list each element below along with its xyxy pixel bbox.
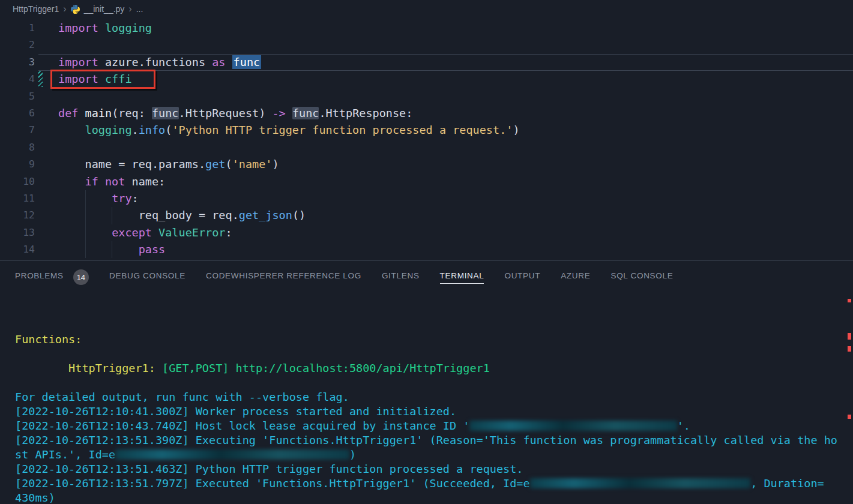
code-line[interactable]: 4import cffi	[0, 71, 853, 88]
code-text	[58, 37, 853, 53]
terminal-line: For detailed output, run func with --ver…	[15, 390, 839, 404]
line-number: 10	[0, 173, 35, 190]
panel-tab-azure[interactable]: AZURE	[561, 271, 590, 284]
code-text: if not name:	[58, 173, 853, 190]
gutter	[35, 88, 58, 105]
panel-tab-sql-console[interactable]: SQL CONSOLE	[610, 271, 673, 284]
gutter	[35, 105, 58, 122]
line-number: 5	[0, 88, 35, 105]
panel-tab-output[interactable]: OUTPUT	[504, 271, 540, 284]
terminal-text: st APIs.', Id=e	[15, 448, 115, 461]
code-text: try:	[58, 190, 853, 207]
panel-tab-gitlens[interactable]: GITLENS	[382, 271, 420, 284]
error-mark	[848, 346, 851, 352]
terminal-text: [2022-10-26T12:10:43.740Z] Host lock lea…	[15, 419, 469, 432]
terminal-line: st APIs.', Id=e)	[15, 448, 839, 462]
code-text: except ValueError:	[58, 224, 853, 241]
code-line[interactable]: 2	[0, 37, 853, 53]
code-text	[58, 88, 853, 105]
terminal-line: [2022-10-26T12:10:41.300Z] Worker proces…	[15, 404, 839, 419]
terminal-text: [2022-10-26T12:13:51.390Z] Executing 'Fu…	[15, 434, 837, 446]
terminal-text: For detailed output, run func with --ver…	[15, 391, 349, 403]
panel-tab-debug-console[interactable]: DEBUG CONSOLE	[109, 271, 185, 284]
gutter	[35, 156, 58, 173]
git-modified-gutter-icon	[38, 71, 43, 87]
chevron-right-icon: ›	[128, 5, 131, 13]
gutter	[35, 173, 58, 190]
terminal-text: )	[349, 448, 356, 461]
code-line[interactable]: 3import azure.functions as func	[0, 54, 853, 71]
panel-tab-label: AZURE	[561, 271, 590, 284]
code-text: req_body = req.get_json()	[58, 207, 853, 224]
terminal-output[interactable]: Functions: HttpTrigger1: [GET,POST] http…	[0, 293, 853, 504]
terminal-line: [2022-10-26T12:13:51.463Z] Python HTTP t…	[15, 462, 839, 476]
terminal-text: 430ms)	[15, 491, 55, 504]
code-text	[58, 139, 853, 156]
python-icon	[71, 5, 80, 14]
code-line[interactable]: 6def main(req: func.HttpRequest) -> func…	[0, 105, 853, 122]
overview-ruler	[848, 261, 853, 504]
terminal-text: [GET,POST] http://localhost:5800/api/Htt…	[162, 362, 490, 374]
terminal-line: Functions:	[15, 332, 839, 347]
code-editor[interactable]: 1import logging23import azure.functions …	[0, 18, 853, 260]
gutter	[35, 139, 58, 156]
code-line[interactable]: 5	[0, 88, 853, 105]
chevron-right-icon: ›	[63, 5, 66, 13]
line-number: 9	[0, 156, 35, 173]
code-text: def main(req: func.HttpRequest) -> func.…	[58, 105, 853, 122]
breadcrumb-item-file[interactable]: __init__.py	[84, 4, 125, 14]
terminal-text: , Duration=	[750, 477, 824, 490]
editor-lines: 1import logging23import azure.functions …	[0, 20, 853, 258]
redacted-id	[469, 421, 677, 431]
code-line[interactable]: 9 name = req.params.get('name')	[0, 156, 853, 173]
gutter	[35, 122, 58, 139]
error-mark	[848, 299, 851, 302]
bottom-panel: PROBLEMS14DEBUG CONSOLECODEWHISPERER REF…	[0, 260, 853, 504]
gutter	[35, 207, 58, 224]
code-line[interactable]: 10 if not name:	[0, 173, 853, 190]
panel-tabs: PROBLEMS14DEBUG CONSOLECODEWHISPERER REF…	[0, 261, 853, 293]
terminal-text: '.	[677, 419, 690, 432]
terminal-text: [2022-10-26T12:10:41.300Z] Worker proces…	[15, 405, 456, 418]
code-text: logging.info('Python HTTP trigger functi…	[58, 122, 853, 139]
code-line[interactable]: 11 try:	[0, 190, 853, 207]
code-line[interactable]: 14 pass	[0, 241, 853, 258]
panel-tab-problems[interactable]: PROBLEMS14	[15, 269, 89, 285]
line-number: 11	[0, 190, 35, 207]
terminal-line: 430ms)	[15, 491, 839, 504]
gutter	[35, 71, 58, 88]
panel-tab-label: DEBUG CONSOLE	[109, 271, 185, 284]
panel-tab-label: SQL CONSOLE	[610, 271, 673, 284]
terminal-text: [2022-10-26T12:13:51.463Z] Python HTTP t…	[15, 463, 523, 475]
line-number: 4	[0, 71, 35, 88]
problems-count-badge: 14	[73, 269, 89, 285]
panel-tab-label: CODEWHISPERER REFERENCE LOG	[206, 271, 361, 284]
terminal-line: [2022-10-26T12:13:51.390Z] Executing 'Fu…	[15, 433, 839, 448]
code-text: import azure.functions as func	[58, 54, 853, 71]
panel-tab-terminal[interactable]: TERMINAL	[440, 271, 484, 284]
code-line[interactable]: 7 logging.info('Python HTTP trigger func…	[0, 122, 853, 139]
line-number: 3	[0, 54, 35, 71]
code-text: import cffi	[58, 71, 853, 88]
line-number: 8	[0, 139, 35, 156]
code-text: pass	[58, 241, 853, 258]
panel-tab-label: TERMINAL	[440, 271, 484, 284]
line-number: 2	[0, 37, 35, 53]
terminal-text: Functions:	[15, 333, 82, 346]
code-line[interactable]: 1import logging	[0, 20, 853, 37]
terminal-line	[15, 376, 839, 390]
line-number: 12	[0, 207, 35, 224]
line-number: 7	[0, 122, 35, 139]
panel-tab-label: OUTPUT	[504, 271, 540, 284]
code-line[interactable]: 12 req_body = req.get_json()	[0, 207, 853, 224]
panel-tab-label: PROBLEMS	[15, 271, 64, 284]
code-line[interactable]: 13 except ValueError:	[0, 224, 853, 241]
gutter	[35, 37, 58, 53]
terminal-text: HttpTrigger1:	[15, 362, 162, 374]
breadcrumb-item-folder[interactable]: HttpTrigger1	[13, 4, 59, 14]
code-line[interactable]: 8	[0, 139, 853, 156]
terminal-line: [2022-10-26T12:13:51.797Z] Executed 'Fun…	[15, 476, 839, 491]
gutter	[35, 241, 58, 258]
panel-tab-codewhisperer-reference-log[interactable]: CODEWHISPERER REFERENCE LOG	[206, 271, 361, 284]
breadcrumb-item-symbol[interactable]: ...	[136, 4, 143, 14]
